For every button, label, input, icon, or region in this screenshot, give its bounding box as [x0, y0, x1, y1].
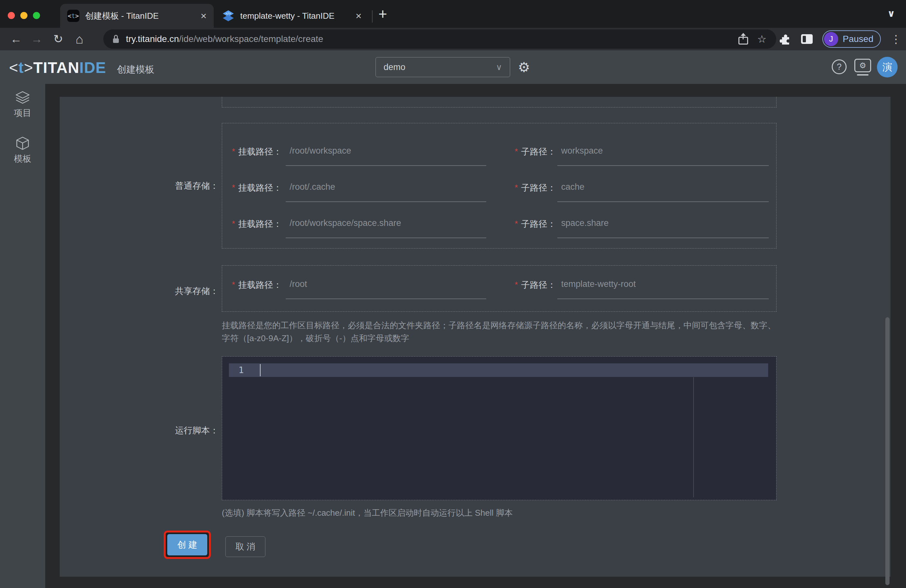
tab-create-template[interactable]: <t> 创建模板 - TitanIDE ×: [60, 4, 214, 28]
required-marker: *: [515, 218, 521, 229]
mount-path-input[interactable]: /root/workspace/space.share: [286, 218, 486, 238]
storage-row: * 挂载路径： /root/workspace/space.share * 子路…: [222, 218, 776, 238]
profile-status: Paused: [843, 34, 873, 44]
url-host: try.titanide.cn: [126, 34, 179, 44]
required-marker: *: [232, 279, 238, 290]
extensions-puzzle-icon[interactable]: [780, 33, 791, 45]
url-path: /ide/web/workspace/template/create: [179, 34, 323, 44]
sidebar-item-templates[interactable]: 模板: [14, 135, 31, 164]
main-content: 普通存储： * 挂载路径： /root/workspace * 子路径： wor…: [45, 84, 906, 588]
settings-gear-icon[interactable]: ⚙: [518, 59, 530, 75]
sub-path-input[interactable]: workspace: [557, 145, 769, 166]
user-avatar[interactable]: 演: [877, 57, 898, 78]
required-marker: *: [515, 279, 521, 290]
workspace-select[interactable]: demo ∨: [375, 57, 510, 77]
fullscreen-window-button[interactable]: [33, 12, 40, 19]
cube-icon: [15, 135, 30, 151]
normal-storage-label: 普通存储：: [163, 180, 219, 192]
mount-path-input[interactable]: /root: [286, 279, 486, 299]
mount-path-label: 挂载路径：: [238, 145, 282, 158]
profile-avatar: J: [824, 32, 838, 46]
mount-path-input[interactable]: /root/.cache: [286, 182, 486, 202]
normal-storage-group: * 挂载路径： /root/workspace * 子路径： workspace…: [222, 123, 777, 249]
shared-storage-group: * 挂载路径： /root * 子路径： template-wetty-root: [222, 265, 777, 312]
mount-path-input[interactable]: /root/workspace: [286, 145, 486, 166]
browser-toolbar: ← → ↻ ⌂ try.titanide.cn/ide/web/workspac…: [0, 28, 906, 50]
browser-menu-icon[interactable]: ⋮: [890, 33, 901, 46]
titanide-logo[interactable]: <t>TITANIDE: [9, 59, 106, 76]
required-marker: *: [232, 145, 238, 156]
bookmark-star-icon[interactable]: ☆: [757, 33, 767, 45]
share-icon[interactable]: [739, 33, 748, 45]
editor-column-ruler: [693, 377, 694, 497]
tab-template-wetty[interactable]: </> template-wetty - TitanIDE ×: [215, 4, 369, 28]
back-button[interactable]: ←: [7, 28, 25, 50]
mount-path-label: 挂载路径：: [238, 218, 282, 230]
sidebar-item-label: 模板: [14, 153, 31, 164]
app-header: <t>TITANIDE 创建模板 demo ∨ ⚙ ? ⚙ 演: [0, 50, 906, 84]
new-tab-button[interactable]: +: [378, 5, 387, 22]
forward-button[interactable]: →: [28, 28, 46, 50]
shared-storage-label: 共享存储：: [163, 285, 219, 297]
create-template-form: 普通存储： * 挂载路径： /root/workspace * 子路径： wor…: [60, 97, 890, 577]
sub-path-input[interactable]: template-wetty-root: [557, 279, 769, 299]
minimize-window-button[interactable]: [20, 12, 27, 19]
mount-path-label: 挂载路径：: [238, 279, 282, 291]
close-tab-icon[interactable]: ×: [201, 11, 207, 21]
sub-path-input[interactable]: cache: [557, 182, 769, 202]
text-cursor: [260, 364, 260, 376]
help-icon[interactable]: ?: [832, 59, 847, 74]
line-number: 1: [229, 363, 254, 377]
titanide-favicon: <t>: [67, 10, 80, 22]
side-panel-icon[interactable]: [801, 34, 813, 44]
scrolled-form-group: [222, 97, 777, 107]
cancel-button[interactable]: 取 消: [225, 536, 265, 557]
browser-titlebar: <t> 创建模板 - TitanIDE × </> template-wetty…: [0, 0, 906, 28]
required-marker: *: [232, 218, 238, 229]
storage-row: * 挂载路径： /root/workspace * 子路径： workspace: [222, 145, 776, 166]
script-help-text: (选填) 脚本将写入路径 ~/.cache/.init，当工作区启动时自动运行以…: [222, 507, 513, 519]
tab-search-chevron-icon[interactable]: ∨: [887, 8, 895, 19]
tab-title: 创建模板 - TitanIDE: [85, 10, 197, 22]
tab-divider: [372, 10, 373, 22]
sub-path-label: 子路径：: [521, 145, 556, 158]
chevron-down-icon: ∨: [496, 62, 502, 72]
required-marker: *: [515, 145, 521, 156]
svg-text:</>: </>: [226, 12, 231, 15]
script-code-editor[interactable]: 1: [222, 356, 777, 500]
sub-path-label: 子路径：: [521, 182, 556, 194]
run-script-label: 运行脚本：: [163, 425, 219, 436]
scrollbar-thumb[interactable]: [885, 317, 890, 585]
close-window-button[interactable]: [8, 12, 15, 19]
create-button-highlight-ring: 创 建: [164, 531, 211, 559]
profile-pill[interactable]: J Paused: [822, 30, 881, 48]
macos-traffic-lights[interactable]: [8, 12, 40, 19]
workspace-favicon: </>: [222, 10, 234, 22]
sub-path-input[interactable]: space.share: [557, 218, 769, 238]
system-settings-icon[interactable]: ⚙: [854, 59, 871, 75]
editor-current-line[interactable]: 1: [229, 363, 768, 377]
tab-title: template-wetty - TitanIDE: [240, 11, 352, 21]
storage-row: * 挂载路径： /root * 子路径： template-wetty-root: [222, 279, 776, 299]
close-tab-icon[interactable]: ×: [356, 11, 362, 21]
path-help-text: 挂载路径是您的工作区目标路径，必须是合法的文件夹路径；子路径名是网络存储源子路径…: [222, 319, 778, 345]
page-title: 创建模板: [117, 63, 154, 76]
storage-row: * 挂载路径： /root/.cache * 子路径： cache: [222, 182, 776, 202]
address-bar[interactable]: try.titanide.cn/ide/web/workspace/templa…: [103, 29, 776, 49]
layers-icon: [15, 90, 30, 105]
sidebar: 项目 模板: [0, 84, 45, 588]
sidebar-item-projects[interactable]: 项目: [14, 90, 31, 119]
sub-path-label: 子路径：: [521, 279, 556, 291]
mount-path-label: 挂载路径：: [238, 182, 282, 194]
lock-icon[interactable]: [113, 35, 119, 43]
create-button[interactable]: 创 建: [167, 534, 207, 555]
required-marker: *: [515, 182, 521, 193]
workspace-select-value: demo: [384, 62, 405, 72]
home-button[interactable]: ⌂: [70, 28, 88, 50]
sub-path-label: 子路径：: [521, 218, 556, 230]
required-marker: *: [232, 182, 238, 193]
sidebar-item-label: 项目: [14, 107, 31, 119]
reload-button[interactable]: ↻: [49, 28, 67, 50]
